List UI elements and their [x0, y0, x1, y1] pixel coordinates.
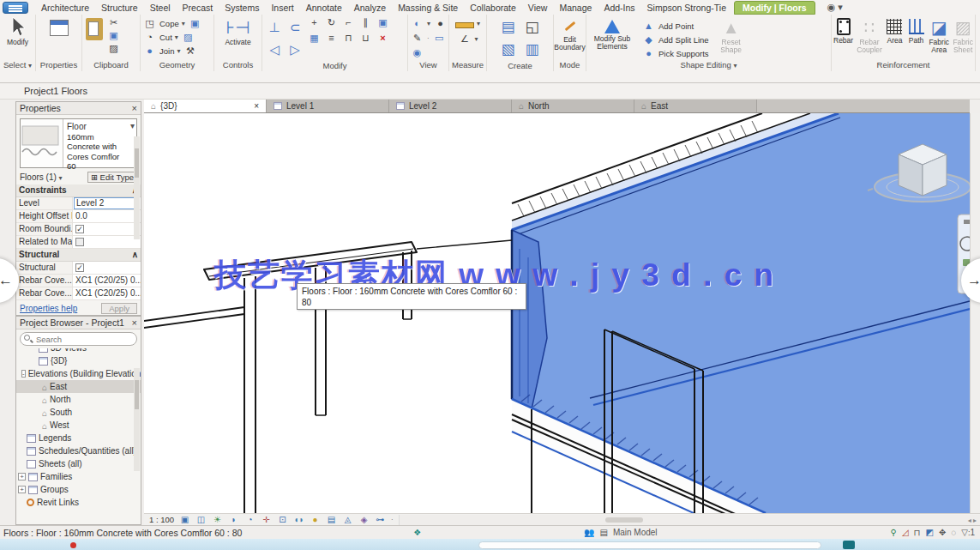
cut-geometry-button[interactable]: Cut — [159, 33, 172, 42]
rebar-button[interactable]: Rebar — [833, 16, 853, 45]
tab-simpson-strong-tie[interactable]: Simpson Strong-Tie — [641, 2, 732, 14]
paint-icon[interactable]: ▨ — [181, 31, 195, 44]
taskbar-red-icon[interactable] — [70, 542, 76, 548]
unpin-icon[interactable]: ⊔ — [358, 32, 373, 45]
add-split-line-button[interactable]: Add Split Line — [658, 35, 709, 45]
show-crop-region-icon[interactable]: ⊡ — [277, 515, 288, 524]
search-input[interactable] — [20, 332, 137, 346]
select-underlay-icon[interactable]: ◿ — [902, 528, 909, 537]
selection-summary[interactable]: Floors (1) ▾ — [20, 172, 63, 182]
assembly-icon[interactable]: ▥ — [520, 39, 544, 61]
delete-icon[interactable]: × — [376, 32, 390, 45]
worksets-icon[interactable]: 👥 — [584, 528, 594, 537]
highlight-displacement-sets-icon[interactable]: ◈ — [358, 515, 370, 524]
edit-boundary-button[interactable]: Edit Boundary — [556, 16, 585, 51]
ribbon-options-icon[interactable]: ◉ ▾ — [827, 2, 843, 13]
design-options-value[interactable]: Main Model — [613, 528, 658, 537]
tree-item-revit-links[interactable]: Revit Links — [16, 496, 141, 508]
thin-lines-icon[interactable]: ◐ — [410, 17, 424, 30]
rendering-dialog-icon[interactable]: ◔ — [244, 515, 256, 524]
tab-add-ins[interactable]: Add-Ins — [598, 2, 640, 14]
rotate-icon[interactable]: ↻ — [324, 16, 339, 29]
detail-level-icon[interactable]: ▣ — [179, 515, 190, 524]
expand-icon[interactable]: + — [18, 486, 26, 493]
tab-view[interactable]: View — [522, 2, 554, 14]
view-tab-east[interactable]: ⌂East — [634, 100, 757, 112]
select-pinned-elements-icon[interactable]: ⊓ — [914, 528, 921, 537]
drag-elements-icon[interactable]: ✥ — [939, 528, 946, 537]
expand-icon[interactable]: + — [18, 473, 26, 480]
move-icon[interactable]: + — [307, 16, 322, 29]
modify-button[interactable]: Modify — [3, 16, 33, 46]
shadows-icon[interactable]: ◗ — [228, 515, 239, 524]
section-constraints[interactable]: Constraints∧ — [16, 184, 141, 197]
array-icon[interactable]: ▦ — [307, 32, 322, 45]
tree-item-3d[interactable]: {3D} — [16, 354, 141, 367]
collapse-icon[interactable]: - — [21, 370, 26, 378]
contextual-tab-modify-floors[interactable]: Modify | Floors — [734, 1, 815, 15]
horizontal-scrollbar[interactable]: ◂ ▸ — [399, 515, 980, 525]
add-point-button[interactable]: Add Point — [658, 21, 694, 31]
tab-collaborate[interactable]: Collaborate — [464, 2, 522, 14]
tab-systems[interactable]: Systems — [219, 2, 265, 14]
panel-label-select[interactable]: Select ▾ — [0, 60, 35, 71]
view-tab-level-1[interactable]: Level 1 — [267, 100, 389, 112]
view-tab-3d[interactable]: ⌂ {3D} × — [144, 100, 267, 112]
offset-icon[interactable]: ⊂ — [285, 16, 305, 39]
reveal-constraints-icon[interactable]: ⊶ — [375, 515, 386, 524]
split-icon[interactable]: ∥ — [358, 16, 373, 29]
reveal-hidden-elements-icon[interactable]: ● — [310, 515, 321, 524]
scrollbar-thumb[interactable] — [605, 517, 643, 523]
group-icon[interactable]: ◱ — [520, 16, 544, 39]
area-reinforcement-button[interactable]: Area — [886, 16, 904, 45]
tab-precast[interactable]: Precast — [177, 2, 219, 14]
drawing-area[interactable] — [144, 113, 970, 513]
visual-style-icon[interactable]: ◫ — [195, 515, 207, 524]
type-selector-caret-icon[interactable]: ▾ — [129, 119, 136, 132]
tab-structure[interactable]: Structure — [95, 2, 144, 14]
pin-icon[interactable]: ⊓ — [341, 32, 356, 45]
taskbar-app-icon[interactable] — [843, 541, 855, 549]
rebar-cover-top-value[interactable]: XC1 (C20/25) 0... — [73, 275, 141, 287]
tree-item-families[interactable]: +Families — [16, 470, 141, 483]
tab-annotate[interactable]: Annotate — [300, 2, 348, 14]
tree-item-groups[interactable]: +Groups — [16, 483, 141, 496]
tree-item-3d-views[interactable]: 3D Views — [16, 348, 141, 354]
paste-icon[interactable] — [86, 18, 103, 40]
select-links-icon[interactable]: ⚲ — [891, 528, 897, 537]
section-box-icon[interactable]: ▭ — [432, 32, 447, 45]
properties-scrollbar[interactable] — [134, 136, 140, 239]
file-menu-button[interactable] — [3, 2, 28, 14]
room-bounding-checkbox[interactable]: ✓ — [75, 225, 84, 233]
aligned-dimension-icon[interactable]: ∠ — [457, 33, 472, 45]
close-icon[interactable]: × — [132, 103, 137, 113]
tree-item-sheets[interactable]: Sheets (all) — [16, 457, 141, 470]
design-options-icon[interactable]: ▤ — [599, 528, 607, 537]
tree-item-west[interactable]: ⌂West — [16, 419, 141, 432]
view-tab-level-2[interactable]: Level 2 — [389, 100, 512, 112]
copy-icon[interactable]: ▣ — [376, 16, 390, 29]
rebar-cover-bottom-value[interactable]: XC1 (C20/25) 0... — [73, 287, 141, 299]
temporary-view-properties-icon[interactable]: ▤ — [326, 515, 337, 524]
background-processes-icon[interactable]: ◌ — [951, 528, 956, 537]
trim-icon[interactable]: ⌐ — [341, 16, 356, 29]
tab-architecture[interactable]: Architecture — [35, 2, 95, 14]
tab-massing-site[interactable]: Massing & Site — [392, 2, 464, 14]
modify-sub-elements-button[interactable]: Modify Sub Elements — [588, 16, 636, 51]
tree-item-east[interactable]: ⌂East — [16, 380, 141, 393]
join-geometry-button[interactable]: Join — [159, 46, 174, 56]
default-3d-view-icon[interactable]: ◉ — [410, 46, 424, 59]
fabric-area-button[interactable]: ◪ Fabric Area — [929, 16, 949, 54]
sun-path-icon[interactable]: ☀ — [212, 515, 223, 524]
cope-button[interactable]: Cope — [159, 19, 179, 28]
taskbar-search-pill[interactable] — [478, 541, 821, 549]
structural-checkbox[interactable]: ✓ — [75, 263, 84, 272]
tab-manage[interactable]: Manage — [553, 2, 598, 14]
vertical-scrollbar[interactable] — [970, 113, 980, 513]
select-elements-by-face-icon[interactable]: ◩ — [925, 528, 933, 537]
temporary-hide-isolate-icon[interactable]: ◖◗ — [293, 515, 304, 524]
hide-analytical-model-icon[interactable]: ◬ — [342, 515, 353, 524]
crop-view-icon[interactable]: ✛ — [261, 515, 272, 524]
panel-label-shape-editing[interactable]: Shape Editing ▾ — [586, 60, 831, 71]
properties-help-link[interactable]: Properties help — [20, 304, 77, 313]
